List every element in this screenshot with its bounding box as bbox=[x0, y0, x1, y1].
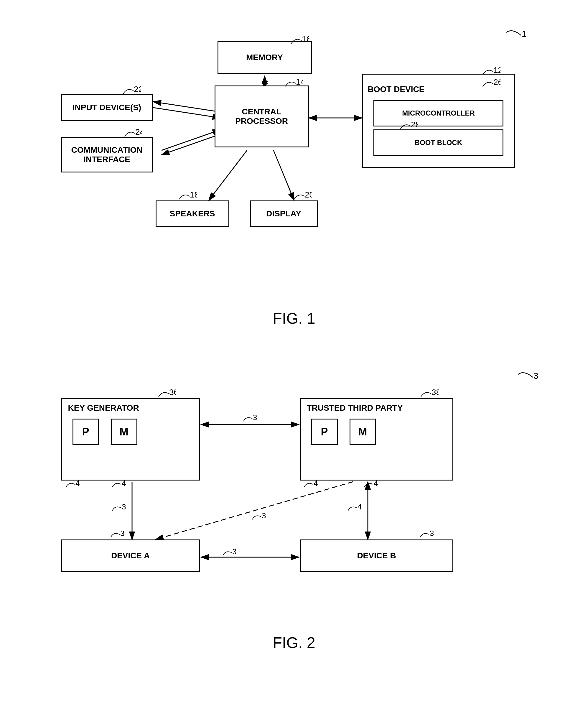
ref-35: 35 bbox=[241, 414, 257, 425]
svg-text:37: 37 bbox=[262, 512, 266, 520]
device-a-box: DEVICE A bbox=[61, 540, 200, 572]
p-left-box: P bbox=[72, 419, 99, 445]
svg-text:38: 38 bbox=[432, 388, 439, 397]
ref-14: 14 bbox=[282, 78, 303, 90]
ref-32: 32 bbox=[108, 530, 125, 541]
svg-text:24: 24 bbox=[135, 128, 142, 136]
ref-26: 26 bbox=[480, 79, 501, 91]
svg-text:18: 18 bbox=[190, 191, 197, 199]
svg-line-5 bbox=[162, 134, 220, 155]
ref-16: 16 bbox=[288, 35, 309, 48]
svg-text:44: 44 bbox=[314, 480, 318, 488]
ref-38: 38 bbox=[418, 388, 439, 401]
page: 10 bbox=[0, 0, 588, 714]
fig2-label: FIG. 2 bbox=[273, 634, 315, 651]
ref-34: 34 bbox=[418, 530, 434, 541]
central-processor-box: CENTRAL PROCESSOR bbox=[214, 85, 309, 147]
svg-line-3 bbox=[153, 102, 220, 112]
svg-line-23 bbox=[155, 482, 353, 540]
display-box: DISPLAY bbox=[250, 201, 318, 227]
ref-12: 12 bbox=[480, 66, 501, 79]
fig2-diagram: 30 bbox=[44, 365, 545, 625]
svg-text:32: 32 bbox=[120, 530, 125, 538]
ref-20: 20 bbox=[291, 191, 312, 204]
svg-text:36: 36 bbox=[169, 388, 176, 397]
ref-33: 33 bbox=[110, 504, 126, 514]
ref-46: 46 bbox=[362, 480, 378, 491]
svg-text:40: 40 bbox=[76, 480, 80, 488]
m-left-box: M bbox=[111, 419, 138, 445]
svg-line-7 bbox=[209, 150, 247, 201]
boot-block-box: BOOT BLOCK bbox=[374, 129, 503, 156]
input-devices-box: INPUT DEVICE(S) bbox=[61, 94, 153, 121]
svg-text:10: 10 bbox=[522, 29, 527, 38]
ref-39: 39 bbox=[220, 548, 237, 559]
ref-44: 44 bbox=[302, 480, 318, 491]
device-b-box: DEVICE B bbox=[300, 540, 453, 572]
svg-text:42: 42 bbox=[122, 480, 126, 488]
svg-text:30: 30 bbox=[533, 371, 539, 380]
svg-text:34: 34 bbox=[430, 530, 434, 538]
trusted-third-party-box: TRUSTED THIRD PARTY P M bbox=[300, 398, 453, 481]
svg-text:12: 12 bbox=[493, 66, 501, 75]
svg-line-2 bbox=[153, 108, 220, 118]
svg-text:28: 28 bbox=[411, 121, 418, 129]
key-generator-box: KEY GENERATOR P M bbox=[61, 398, 200, 481]
ref-18: 18 bbox=[176, 191, 197, 204]
svg-text:41: 41 bbox=[358, 504, 362, 511]
ref-24: 24 bbox=[122, 128, 142, 141]
fig1-diagram: 10 bbox=[44, 24, 545, 303]
svg-text:20: 20 bbox=[305, 191, 312, 199]
svg-text:39: 39 bbox=[232, 548, 237, 556]
svg-text:22: 22 bbox=[134, 85, 141, 94]
svg-text:26: 26 bbox=[493, 79, 501, 87]
svg-text:16: 16 bbox=[302, 35, 309, 44]
p-right-box: P bbox=[311, 419, 338, 445]
microcontroller-box: MICROCONTROLLER bbox=[374, 100, 503, 126]
speakers-box: SPEAKERS bbox=[155, 201, 229, 227]
ref-36: 36 bbox=[155, 388, 176, 401]
ref-41: 41 bbox=[346, 504, 362, 514]
ref-10: 10 bbox=[503, 26, 527, 40]
fig1-label: FIG. 1 bbox=[273, 310, 315, 327]
svg-text:33: 33 bbox=[122, 504, 126, 511]
communication-interface-box: COMMUNICATION INTERFACE bbox=[61, 137, 153, 172]
ref-30: 30 bbox=[515, 369, 539, 382]
ref-40: 40 bbox=[64, 480, 80, 491]
ref-22: 22 bbox=[120, 85, 141, 98]
svg-text:46: 46 bbox=[374, 480, 378, 488]
ref-42: 42 bbox=[110, 480, 126, 491]
svg-line-4 bbox=[162, 130, 220, 150]
m-right-box: M bbox=[350, 419, 376, 445]
svg-text:14: 14 bbox=[296, 78, 303, 86]
svg-text:35: 35 bbox=[253, 414, 257, 422]
ref-28: 28 bbox=[397, 121, 418, 133]
ref-37: 37 bbox=[250, 512, 266, 523]
